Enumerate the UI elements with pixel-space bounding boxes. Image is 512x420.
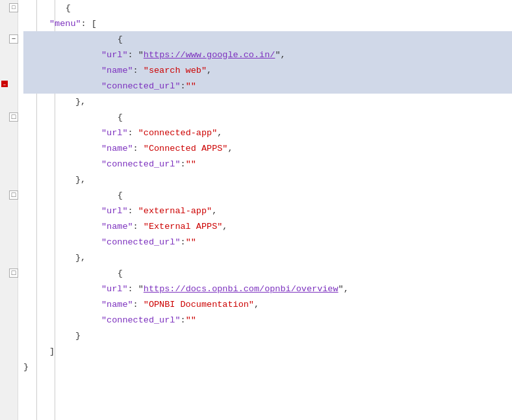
line-1: □ {	[23, 0, 512, 16]
opnbi-url-link[interactable]: https://docs.opnbi.com/opnbi/overview	[144, 284, 339, 294]
line-10: "name": "Connected APPS",	[23, 140, 512, 156]
fold-icon-3[interactable]: −	[9, 34, 18, 44]
line-17: },	[23, 250, 512, 265]
line-21: "connected_url":""	[23, 312, 512, 328]
line-9: "url": "connected-app",	[23, 125, 512, 140]
line-11: "connected_url":""	[23, 156, 512, 172]
gutter	[0, 0, 18, 420]
google-url-link[interactable]: https://www.google.co.in/	[144, 50, 275, 60]
json-editor: □ { "menu": [ − { "url": "https://www.go…	[0, 0, 512, 420]
fold-icon-13[interactable]: □	[9, 190, 18, 200]
line-19: "url": "https://docs.opnbi.com/opnbi/ove…	[23, 281, 512, 296]
line-5: "name": "search web",	[23, 62, 512, 78]
line-2: "menu": [	[23, 16, 512, 31]
line-13: □ {	[23, 187, 512, 203]
line-6: "connected_url":""	[23, 78, 512, 94]
line-22: }	[23, 328, 512, 343]
line-7: },	[23, 94, 512, 109]
line-3: − {	[23, 31, 512, 47]
line-8: □ {	[23, 109, 512, 125]
fold-icon-8[interactable]: □	[9, 112, 18, 122]
fold-icon-18[interactable]: □	[9, 269, 18, 278]
line-20: "name": "OPNBI Documentation",	[23, 296, 512, 312]
line-15: "name": "External APPS",	[23, 218, 512, 234]
code-content: □ { "menu": [ − { "url": "https://www.go…	[18, 0, 512, 420]
line-4: "url": "https://www.google.co.in/",	[23, 47, 512, 62]
fold-icon-1[interactable]: □	[9, 3, 18, 12]
line-16: "connected_url":""	[23, 234, 512, 250]
line-18: □ {	[23, 265, 512, 281]
line-23: ]	[23, 343, 512, 359]
line-14: "url": "external-app",	[23, 203, 512, 218]
line-12: },	[23, 172, 512, 187]
line-24: }	[23, 359, 512, 374]
